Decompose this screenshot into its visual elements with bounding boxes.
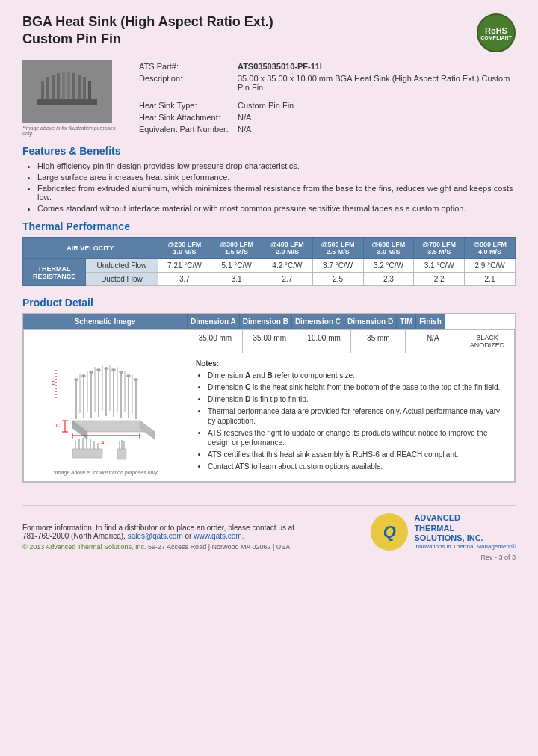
col-300: @300 LFM 1.5 M/S [211,238,262,259]
feature-item-4: Comes standard without interface materia… [37,204,516,213]
svg-point-31 [74,378,78,380]
ducted-v2: 3.1 [211,273,262,286]
ats-logo-area: Q ADVANCEDTHERMALSOLUTIONS, INC. Innovat… [371,513,516,551]
specs-type-row: Heat Sink Type: Custom Pin Fin [136,100,514,111]
dim-c-th: Dimension C [292,314,344,329]
tim-value: N/A [406,330,460,353]
note-6: ATS certifies that this heat sink assemb… [208,450,507,459]
unducted-v7: 2.9 °C/W [465,259,516,273]
ducted-v7: 2.1 [465,273,516,286]
title-line1: BGA Heat Sink (High Aspect Ratio Ext.) C… [22,13,273,49]
schematic-svg: C A D [35,338,177,465]
unducted-label: Unducted Flow [86,259,158,273]
feature-item-3: Fabricated from extruded aluminum, which… [37,184,516,202]
unducted-v4: 3.7 °C/W [312,259,363,273]
feature-item-2: Large surface area increases heat sink p… [37,173,516,182]
header-section: BGA Heat Sink (High Aspect Ratio Ext.) C… [22,13,516,52]
product-detail-header: Product Detail [22,297,516,309]
footer-left: For more information, to find a distribu… [22,524,294,551]
unducted-v3: 4.2 °C/W [262,259,313,273]
dim-d-value: 35 mm [351,330,406,353]
detail-main-row: C A D [23,329,515,482]
dim-a-value: 35.00 mm [188,330,243,353]
note-7: Contact ATS to learn about custom option… [208,462,507,471]
note-2: Dimension C is the heat sink height from… [208,382,507,392]
finish-th: Finish [416,314,444,329]
footer-content: For more information, to find a distribu… [22,513,516,551]
notes-list: Dimension A and B refer to component siz… [196,371,507,471]
col-400: @400 LFM 2.0 M/S [262,238,313,259]
specs-table: ATS Part#: ATS035035010-PF-11I Descripti… [134,60,516,136]
rohs-badge: RoHS COMPLIANT [477,13,516,52]
equiv-label: Equivalent Part Number: [136,124,233,134]
page: BGA Heat Sink (High Aspect Ratio Ext.) C… [0,0,538,756]
svg-rect-6 [67,72,70,99]
footer-email[interactable]: sales@qats.com [128,532,183,540]
desc-value: 35.00 x 35.00 x 10.00 mm BGA Heat Sink (… [235,73,514,93]
note-4: Thermal performance data are provided fo… [208,406,507,426]
footer-website[interactable]: www.qats.com. [194,532,244,540]
svg-rect-3 [52,75,55,99]
thermal-table: AIR VELOCITY @200 LFM 1.0 M/S @300 LFM 1… [22,237,516,286]
svg-rect-50 [72,449,102,458]
svg-point-33 [89,371,93,373]
thermal-unducted-row: THERMALRESISTANCE Unducted Flow 7.21 °C/… [23,259,516,273]
svg-point-34 [96,368,100,371]
specs-part-row: ATS Part#: ATS035035010-PF-11I [136,61,514,72]
footer-contact-text: For more information, to find a distribu… [22,524,294,540]
svg-rect-1 [41,81,44,99]
footer: For more information, to find a distribu… [22,505,516,561]
detail-outer: Schematic Image Dimension A Dimension B … [22,313,516,483]
product-image-box [22,60,112,123]
svg-point-37 [119,371,123,373]
col-500: @500 LFM 2.5 M/S [312,238,363,259]
unducted-v1: 7.21 °C/W [158,259,211,273]
svg-text:C: C [56,423,60,428]
type-label: Heat Sink Type: [136,100,233,111]
thermal-header-row: AIR VELOCITY @200 LFM 1.0 M/S @300 LFM 1… [23,238,516,259]
notes-area: Notes: Dimension A and B refer to compon… [188,353,514,480]
finish-value: BLACK ANODIZED [460,330,514,353]
type-value: Custom Pin Fin [235,100,514,111]
schematic-caption: *Image above is for illustration purpose… [53,470,158,475]
col-800: @800 LFM 4.0 M/S [465,238,516,259]
rohs-compliant: COMPLIANT [480,35,512,40]
attach-value: N/A [235,112,514,123]
product-specs: ATS Part#: ATS035035010-PF-11I Descripti… [134,60,516,136]
svg-point-32 [81,374,85,377]
svg-rect-8 [78,75,81,99]
svg-rect-4 [57,73,60,99]
schematic-img-box: C A D [33,336,179,467]
detail-header-row: Schematic Image Dimension A Dimension B … [23,314,515,329]
page-num: Rev - 3 of 3 [22,554,516,561]
desc-label: Description: [136,73,233,93]
svg-rect-10 [88,81,91,99]
ducted-v4: 2.5 [312,273,363,286]
svg-point-36 [111,368,115,371]
svg-point-39 [134,378,137,380]
dim-values-row: 35.00 mm 35.00 mm 10.00 mm 35 mm N/A BLA… [188,330,514,353]
dim-b-value: 35.00 mm [243,330,297,353]
note-3: Dimension D is fin tip to fin tip. [208,394,507,404]
svg-text:D: D [52,380,55,385]
footer-copyright: © 2013 Advanced Thermal Solutions, Inc. … [22,543,294,551]
ducted-label: Ducted Flow [86,273,158,286]
notes-title: Notes: [196,359,507,368]
equiv-value: N/A [235,124,514,134]
ats-text-area: ADVANCEDTHERMALSOLUTIONS, INC. Innovatio… [414,513,516,550]
svg-rect-58 [117,449,126,459]
specs-equiv-row: Equivalent Part Number: N/A [136,124,514,134]
ats-logo: Q [371,513,408,551]
col-600: @600 LFM 3.0 M/S [363,238,414,259]
heatsink-svg [30,66,105,118]
feature-item-1: High efficiency pin fin design provides … [37,161,516,170]
air-velocity-header: AIR VELOCITY [23,238,158,259]
ats-name: ADVANCEDTHERMALSOLUTIONS, INC. [414,513,516,543]
ducted-v6: 2.2 [414,273,465,286]
svg-point-38 [126,374,130,377]
svg-text:A: A [101,440,105,445]
note-1: Dimension A and B refer to component siz… [208,371,507,380]
unducted-v6: 3.1 °C/W [414,259,465,273]
svg-marker-13 [140,421,155,439]
dim-c-value: 10.00 mm [297,330,352,353]
